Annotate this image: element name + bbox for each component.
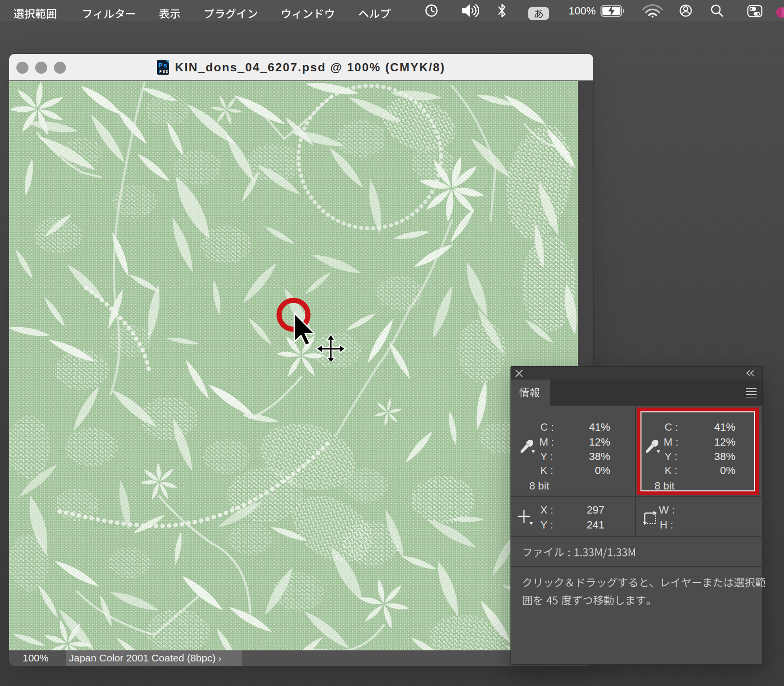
svg-text:100%: 100% (569, 5, 596, 17)
svg-text:Ps: Ps (158, 62, 168, 69)
svg-text:PSD: PSD (159, 70, 169, 73)
